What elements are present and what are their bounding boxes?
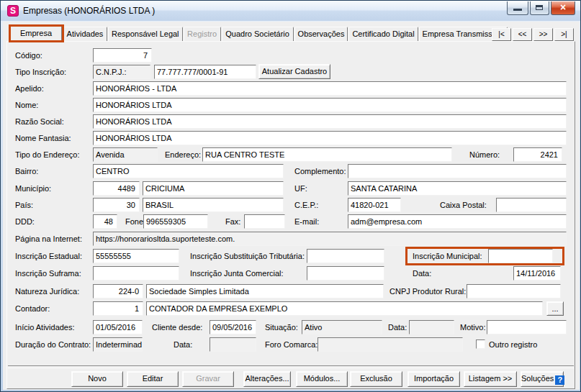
outro-registro-label: Outro registro xyxy=(489,337,537,352)
last-record-button[interactable]: >| xyxy=(554,28,574,41)
uf-label: UF: xyxy=(294,181,307,196)
pagina-internet-label: Página na Internet: xyxy=(15,232,82,246)
previous-record-button[interactable]: << xyxy=(513,28,532,41)
codigo-label: Código: xyxy=(15,48,42,63)
record-navigation: |< << >> >| xyxy=(492,28,574,41)
footer-separator xyxy=(8,365,574,368)
minimize-icon xyxy=(513,9,522,11)
razao-social-label: Razão Social: xyxy=(15,114,64,129)
tab-responsavel-legal[interactable]: Responsável Legal xyxy=(108,27,183,41)
tab-observacoes[interactable]: Observações xyxy=(294,27,348,41)
cep-field[interactable]: 41820-021 xyxy=(348,198,401,212)
inscricao-estadual-field[interactable]: 55555555 xyxy=(93,249,179,263)
numero-field[interactable]: 2421 xyxy=(513,147,562,162)
maximize-button[interactable] xyxy=(530,1,549,15)
pais-code-field[interactable]: 30 xyxy=(93,198,140,212)
inscricao-municipal-field[interactable] xyxy=(488,249,553,263)
cnpj-number-field[interactable]: 77.777.777/0001-91 xyxy=(154,65,256,79)
app-logo-icon: S xyxy=(7,5,19,17)
fax-label: Fax: xyxy=(225,214,240,229)
close-icon: × xyxy=(560,1,566,13)
cliente-desde-field[interactable]: 09/05/2016 xyxy=(210,320,256,334)
pagina-internet-field[interactable]: https://honorariosltda.suporteteste.com. xyxy=(93,232,567,246)
inscricao-estadual-label: Inscrição Estadual: xyxy=(15,249,82,263)
tab-empresa[interactable]: Empresa xyxy=(10,24,62,42)
cnpj-produtor-field[interactable] xyxy=(467,284,561,298)
next-record-button[interactable]: >> xyxy=(533,28,553,41)
cep-label: C.E.P.: xyxy=(294,198,318,212)
tab-registro: Registro xyxy=(184,27,221,41)
foro-comarca-field[interactable] xyxy=(317,337,463,352)
solucoes-button-label: Soluções xyxy=(521,374,554,383)
outro-registro-checkbox[interactable] xyxy=(476,339,485,349)
close-button[interactable]: × xyxy=(551,1,575,15)
nome-fantasia-label: Nome Fantasia: xyxy=(15,131,71,145)
listagem-button[interactable]: Listagem >> xyxy=(464,371,517,387)
inscricao-suframa-field[interactable] xyxy=(93,266,179,281)
first-record-button[interactable]: |< xyxy=(492,28,511,41)
editar-button[interactable]: Editar xyxy=(127,371,179,387)
inscricao-subst-field[interactable] xyxy=(307,249,384,263)
ddd-field[interactable]: 48 xyxy=(93,214,117,229)
contador-label: Contador: xyxy=(15,301,50,316)
inscricao-junta-label: Inscrição Junta Comercial: xyxy=(190,266,284,281)
contador-name-field[interactable]: CONTADOR DA EMPRESA EXEMPLO xyxy=(146,301,543,316)
inscricao-municipal-label: Inscrição Municipal: xyxy=(413,249,482,263)
motivo-field[interactable] xyxy=(487,320,567,334)
atualizar-cadastro-button[interactable]: Atualizar Cadastro xyxy=(258,64,330,79)
razao-social-field[interactable]: HONORÁRIOS LTDA xyxy=(93,114,567,129)
complemento-field[interactable] xyxy=(348,164,567,178)
tipo-inscricao-label: Tipo Inscrição: xyxy=(15,65,66,79)
contador-browse-button[interactable]: ... xyxy=(546,301,564,316)
apelido-label: Apelido: xyxy=(15,81,44,96)
ddd-label: DDD: xyxy=(15,214,35,229)
bairro-field[interactable]: CENTRO xyxy=(93,164,284,178)
cliente-desde-label: Cliente desde: xyxy=(152,320,202,334)
contador-code-field[interactable]: 1 xyxy=(93,301,143,316)
duracao-data-label: Data: xyxy=(174,337,192,352)
caixa-postal-label: Caixa Postal: xyxy=(440,198,487,212)
novo-button[interactable]: Novo xyxy=(71,371,123,387)
exclusao-button[interactable]: Exclusão xyxy=(350,371,402,387)
inscricao-subst-label: Inscrição Substituição Tributária: xyxy=(190,249,305,263)
pais-label: País: xyxy=(15,198,33,212)
natureza-juridica-name-field[interactable]: Sociedade Simples Limitada xyxy=(146,284,384,298)
fax-field[interactable] xyxy=(244,214,285,229)
nome-field[interactable]: HONORÁRIOS LTDA xyxy=(93,98,567,112)
complemento-label: Complemento: xyxy=(294,164,346,178)
email-field[interactable]: adm@empresa.com xyxy=(348,214,567,229)
pais-name-field[interactable]: BRASIL xyxy=(143,198,284,212)
motivo-label: Motivo: xyxy=(460,320,485,334)
inicio-atividades-label: Início Atividades: xyxy=(15,320,75,334)
importacao-button[interactable]: Importação xyxy=(407,371,460,387)
minimize-button[interactable] xyxy=(507,1,528,15)
endereco-field[interactable]: RUA CENTRO TESTE xyxy=(202,147,452,162)
municipio-name-field[interactable]: CRICIUMA xyxy=(143,181,284,196)
duracao-contrato-field[interactable]: Indeterminado xyxy=(93,337,143,352)
situacao-field[interactable]: Ativo xyxy=(302,320,382,334)
tab-certificado-digital[interactable]: Certificado Digital xyxy=(348,27,418,41)
inscricao-junta-field[interactable] xyxy=(307,266,384,281)
tipo-endereco-field[interactable]: Avenida xyxy=(93,147,158,162)
situacao-data-field[interactable] xyxy=(409,320,454,334)
fone-field[interactable]: 996559305 xyxy=(143,214,208,229)
municipio-code-field[interactable]: 4489 xyxy=(93,181,140,196)
codigo-field[interactable]: 7 xyxy=(93,48,152,63)
tab-quadro-societario[interactable]: Quadro Societário xyxy=(222,27,294,41)
caixa-postal-field[interactable] xyxy=(496,198,567,212)
solucoes-button[interactable]: Soluções? xyxy=(521,371,564,387)
natureza-juridica-code-field[interactable]: 224-0 xyxy=(93,284,143,298)
duracao-contrato-label: Duração do Contrato: xyxy=(15,337,91,352)
tipo-inscricao-type-field[interactable]: C.N.P.J.: xyxy=(93,65,150,79)
alteracoes-button[interactable]: Alterações... xyxy=(243,371,291,387)
modulos-button[interactable]: Módulos... xyxy=(296,371,348,387)
inicio-atividades-field[interactable]: 01/05/2016 xyxy=(93,320,143,334)
uf-field[interactable]: SANTA CATARINA xyxy=(348,181,567,196)
nome-fantasia-field[interactable]: HONORÁRIOS LTDA xyxy=(93,131,567,145)
apelido-field[interactable]: HONORÁRIOS - LTDA xyxy=(93,81,567,96)
tab-atividades[interactable]: Atividades xyxy=(63,27,107,41)
data-registro-field[interactable]: 14/11/2016 xyxy=(513,266,561,281)
nome-label: Nome: xyxy=(15,98,38,112)
duracao-data-field[interactable] xyxy=(210,337,256,352)
email-label: E-mail: xyxy=(294,214,319,229)
